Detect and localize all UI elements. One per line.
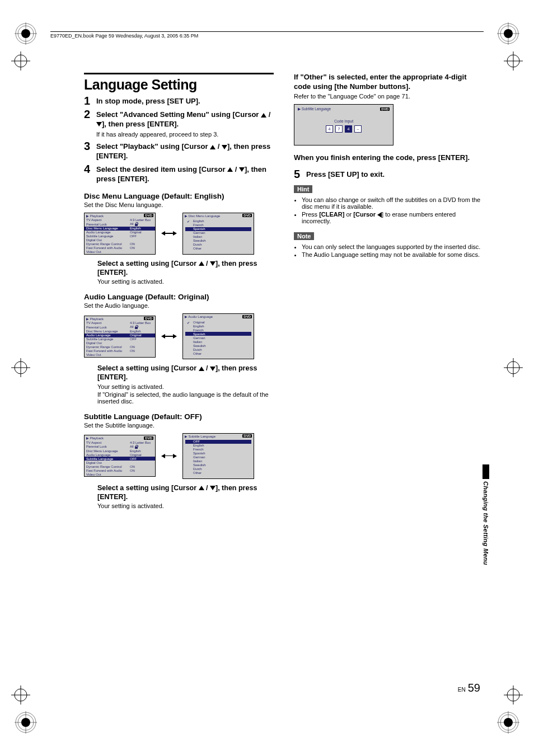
dvd-badge: DVD — [242, 315, 252, 318]
step-text: Select "Advanced Setting Menu" using [Cu… — [96, 109, 274, 138]
cursor-up-icon — [199, 261, 204, 266]
step-text-part: Select "Advanced Setting Menu" using [Cu… — [96, 110, 261, 119]
dvd-badge: DVD — [144, 214, 153, 217]
code-digit: 4 — [345, 125, 352, 133]
menu-row: Fast Forward with AudioON — [85, 349, 155, 353]
step-1: 1 In stop mode, press [SET UP]. — [84, 95, 274, 106]
dvd-badge: DVD — [144, 436, 153, 440]
menu-row: Digital Out — [85, 238, 155, 242]
menu-row: Dynamic Range ControlON — [85, 464, 155, 468]
menu-option: French — [185, 448, 251, 452]
menu-row: Parental LockAll — [85, 325, 155, 330]
select-lead: Select a setting using [Cursor / ], then… — [97, 364, 274, 382]
note-item: You can only select the languages suppor… — [302, 243, 484, 250]
step-number: 4 — [84, 163, 96, 175]
subtitle-select: Select a setting using [Cursor / ], then… — [84, 483, 274, 510]
subtitle-language-menu: ▶ Subtitle LanguageDVD OFFEnglishFrenchS… — [182, 433, 254, 479]
step-number: 5 — [294, 168, 306, 180]
cursor-down-icon — [239, 167, 245, 172]
menu-option: German — [185, 456, 251, 459]
cursor-down-icon — [96, 122, 102, 126]
registration-mark-icon — [15, 22, 37, 45]
menu-option: English — [185, 324, 251, 328]
disc-menu-heading: Disc Menu Language (Default: English) — [84, 192, 274, 200]
menu-row: Audio LanguageOriginal — [85, 453, 155, 457]
menu-row: Subtitle LanguageOFF — [85, 234, 155, 238]
menu-row: Parental LockAll — [85, 444, 155, 449]
arrow-both-icon — [161, 454, 177, 458]
step-3: 3 Select "Playback" using [Cursor / ], t… — [84, 140, 274, 161]
menu-option: French — [185, 223, 251, 227]
finish-heading: When you finish entering the code, press… — [294, 153, 484, 163]
cursor-down-icon — [210, 261, 216, 266]
menu-option: Swedish — [185, 239, 251, 243]
menu-row: TV Aspect4:3 Letter Box — [85, 218, 155, 222]
audio-language-menu: ▶ Audio LanguageDVD OriginalEnglishFrenc… — [182, 313, 254, 359]
dvd-badge: DVD — [242, 434, 252, 438]
crosshair-icon — [504, 685, 523, 705]
select-after: Your setting is activated. — [97, 383, 274, 390]
menu-title: Subtitle Language — [189, 435, 216, 438]
cursor-up-icon — [261, 113, 266, 118]
title-rule — [84, 73, 274, 74]
crosshair-icon — [504, 358, 523, 377]
cursor-down-icon — [222, 145, 227, 149]
menu-option: Spanish — [185, 332, 251, 336]
playback-menu: ▶ PlaybackDVD TV Aspect4:3 Letter BoxPar… — [84, 213, 156, 255]
menu-row: Audio LanguageOriginal — [85, 334, 155, 337]
menu-option: German — [185, 336, 251, 340]
other-sub: Refer to the "Language Code" on page 71. — [294, 93, 484, 100]
menu-row: Subtitle LanguageOFF — [85, 337, 155, 341]
menu-option: Swedish — [185, 463, 251, 467]
page-meta: E9770ED_EN.book Page 59 Wednesday, Augus… — [50, 31, 484, 39]
lock-icon — [134, 222, 138, 226]
section-tab: Changing the Setting Menu — [479, 464, 489, 593]
step-text-part: Select the desired item using [Cursor — [96, 165, 227, 173]
note-item: The Audio Language setting may not be av… — [302, 251, 484, 258]
subtitle-heading: Subtitle Language (Default: OFF) — [84, 412, 274, 421]
step-4: 4 Select the desired item using [Cursor … — [84, 163, 274, 184]
menu-option: Spanish — [185, 227, 251, 231]
hint-item: You can also change or switch off the su… — [302, 196, 484, 210]
select-after: Your setting is activated. — [97, 278, 274, 285]
hint-tag: Hint — [294, 185, 312, 193]
select-lead: Select a setting using [Cursor / ], then… — [97, 259, 274, 278]
select-lead: Select a setting using [Cursor / ], then… — [97, 483, 274, 502]
page-number: EN59 — [458, 682, 480, 694]
menu-option: Spanish — [185, 452, 251, 456]
menu-option: Dutch — [185, 348, 251, 351]
menu-row: Dynamic Range ControlON — [85, 242, 155, 246]
menu-row: Subtitle LanguageOFF — [85, 457, 155, 461]
menu-row: Fast Forward with AudioON — [85, 468, 155, 472]
hint-list: You can also change or switch off the su… — [294, 196, 484, 224]
lock-icon — [134, 445, 138, 449]
cursor-down-icon — [210, 367, 216, 371]
lock-icon — [134, 325, 138, 329]
arrow-both-icon — [161, 334, 177, 339]
menu-row: TV Aspect4:3 Letter Box — [85, 440, 155, 444]
crosshair-icon — [504, 51, 523, 71]
cursor-left-icon — [377, 212, 382, 218]
step-text: Select the desired item using [Cursor / … — [96, 163, 274, 184]
menu-option: Dutch — [185, 467, 251, 471]
menu-row: Audio LanguageOriginal — [85, 231, 155, 234]
menu-option: German — [185, 231, 251, 235]
menu-option: French — [185, 328, 251, 332]
disc-menu-language-menu: ▶ Disc Menu LanguageDVD EnglishFrenchSpa… — [182, 213, 254, 255]
menu-option: Swedish — [185, 344, 251, 348]
cursor-up-icon — [199, 486, 204, 490]
playback-menu: ▶ PlaybackDVD TV Aspect4:3 Letter BoxPar… — [84, 316, 156, 358]
left-column: Language Setting 1 In stop mode, press [… — [84, 73, 274, 700]
step-text: In stop mode, press [SET UP]. — [96, 95, 274, 106]
menu-option: Other — [185, 351, 251, 355]
crosshair-icon — [11, 685, 30, 705]
select-after: If "Original" is selected, the audio lan… — [97, 391, 274, 405]
select-after: Your setting is activated. — [97, 503, 274, 509]
menu-row: Video Out — [85, 472, 155, 476]
dvd-badge: DVD — [380, 107, 390, 111]
registration-mark-icon — [497, 711, 519, 734]
step-2: 2 Select "Advanced Setting Menu" using [… — [84, 109, 274, 138]
right-column: If "Other" is selected, enter the approp… — [294, 73, 484, 700]
disc-menu-desc: Set the Disc Menu language. — [84, 201, 274, 208]
crosshair-icon — [11, 51, 30, 71]
